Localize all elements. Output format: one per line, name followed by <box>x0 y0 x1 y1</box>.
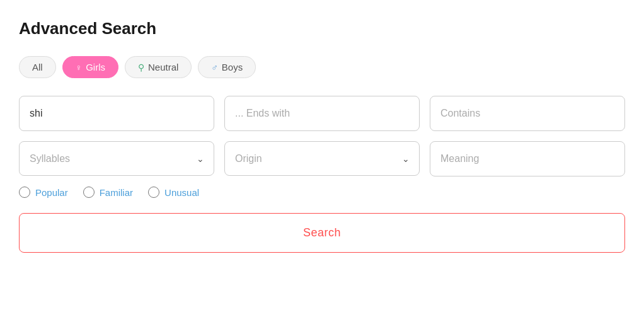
search-row-2: Syllables Any 1 2 3 4 5+ ⌄ Origin Any En… <box>19 141 625 176</box>
boys-icon: ♂ <box>211 62 218 72</box>
page-title: Advanced Search <box>19 19 625 38</box>
familiar-radio-label[interactable]: Familiar <box>83 187 133 198</box>
origin-dropdown-wrapper: Origin Any English Latin Greek French Sp… <box>224 141 420 176</box>
syllables-select[interactable]: Syllables Any 1 2 3 4 5+ <box>19 141 214 176</box>
popular-label: Popular <box>35 187 68 198</box>
syllables-dropdown-wrapper: Syllables Any 1 2 3 4 5+ ⌄ <box>19 141 214 176</box>
familiar-radio[interactable] <box>83 187 95 198</box>
meaning-input[interactable] <box>430 141 625 176</box>
search-button-wrapper: Search <box>19 213 625 253</box>
origin-select[interactable]: Origin Any English Latin Greek French Sp… <box>224 141 420 176</box>
unusual-radio[interactable] <box>148 187 159 198</box>
popular-radio[interactable] <box>19 187 30 198</box>
unusual-radio-label[interactable]: Unusual <box>148 187 199 198</box>
ends-with-input[interactable] <box>224 96 420 131</box>
contains-input[interactable] <box>430 96 625 131</box>
neutral-icon: ⚲ <box>138 62 144 72</box>
filter-neutral-button[interactable]: ⚲ Neutral <box>125 56 192 78</box>
girls-icon: ♀ <box>76 62 83 72</box>
popularity-filter-group: Popular Familiar Unusual <box>19 187 625 198</box>
search-button[interactable]: Search <box>20 214 624 252</box>
starts-with-input[interactable] <box>19 96 214 131</box>
search-row-1 <box>19 96 625 131</box>
filter-all-button[interactable]: All <box>19 56 56 78</box>
familiar-label: Familiar <box>100 187 133 198</box>
popular-radio-label[interactable]: Popular <box>19 187 68 198</box>
gender-filter-group: All ♀ Girls ⚲ Neutral ♂ Boys <box>19 56 625 78</box>
unusual-label: Unusual <box>164 187 199 198</box>
filter-girls-button[interactable]: ♀ Girls <box>62 56 118 78</box>
filter-boys-button[interactable]: ♂ Boys <box>198 56 256 78</box>
